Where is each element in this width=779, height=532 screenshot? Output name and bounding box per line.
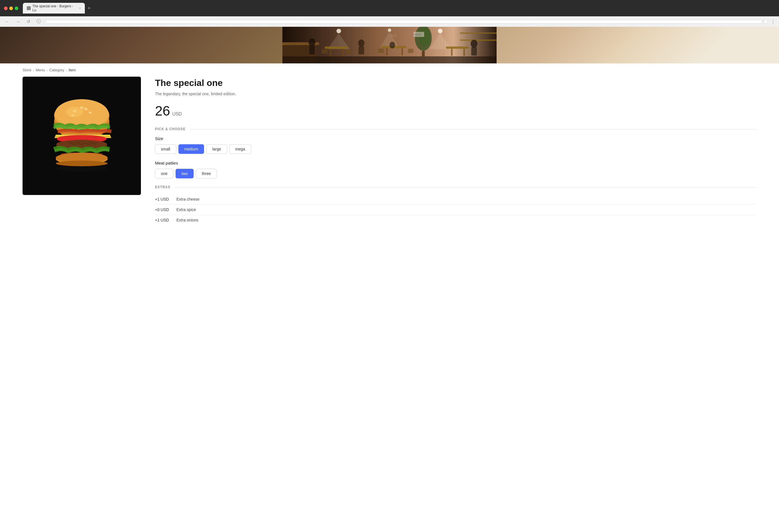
product-details: The special one The legandary, the speci… [155,77,757,225]
size-btn-medium[interactable]: medium [178,144,204,154]
nav-bar: ← → ↺ ⓘ ☆ ⋮ [0,16,779,27]
breadcrumb-sep-3: › [66,68,67,72]
breadcrumb-sep-1: › [33,68,34,72]
breadcrumb-sep-2: › [47,68,48,72]
burger-image [42,96,121,175]
extras-section: EXTRAS +1 USD Extra cheese +0 USD Extra … [155,185,757,225]
breadcrumb: Store › Menu › Category › Item [0,63,779,77]
price-amount: 26 [155,103,170,119]
breadcrumb-menu[interactable]: Menu [36,68,45,72]
extra-onions-price: +1 USD [155,218,172,222]
meat-patties-label: Meat patties [155,161,757,165]
new-tab-button[interactable]: + [86,5,93,11]
info-button[interactable]: ⓘ [35,18,43,25]
pick-choose-title: PICK & CHOOSE [155,127,186,131]
meat-patties-buttons: one two three [155,169,757,178]
close-button[interactable] [4,6,8,10]
page-content: love TOILET Store › Menu › Category › It… [0,27,779,236]
hero-banner: love TOILET [0,27,779,63]
extra-spice-price: +0 USD [155,208,172,212]
price-currency: USD [172,112,182,117]
tab-close-button[interactable]: × [79,6,81,10]
size-label: Size [155,136,757,141]
breadcrumb-category[interactable]: Category [49,68,64,72]
size-btn-large[interactable]: large [206,144,227,154]
extra-cheese-name: Extra cheese [176,197,199,201]
svg-point-64 [56,161,108,166]
breadcrumb-store[interactable]: Store [22,68,31,72]
browser-chrome: The special one - Burgers - Lu × + ← → ↺… [0,0,779,27]
extra-item-onions: +1 USD Extra onions [155,215,757,225]
product-section: The special one The legandary, the speci… [0,77,779,236]
product-description: The legandary, the special one, limited … [155,91,757,97]
address-bar[interactable]: ☆ [45,20,768,23]
fullscreen-button[interactable] [15,6,18,10]
browser-menu-icon[interactable]: ⋮ [771,18,776,25]
reload-button[interactable]: ↺ [25,18,32,25]
extras-title: EXTRAS [155,185,170,189]
extras-list: +1 USD Extra cheese +0 USD Extra spice +… [155,194,757,225]
size-btn-small[interactable]: small [155,144,176,154]
patties-btn-three[interactable]: three [196,169,217,178]
back-button[interactable]: ← [3,18,11,25]
extra-item-cheese: +1 USD Extra cheese [155,194,757,204]
tab-title: The special one - Burgers - Lu [33,4,76,12]
title-bar: The special one - Burgers - Lu × + [0,0,779,16]
extra-spice-name: Extra spice [176,208,196,212]
hero-image: love TOILET [282,27,497,63]
tab-favicon [27,6,31,10]
active-tab[interactable]: The special one - Burgers - Lu × [23,3,85,13]
patties-btn-one[interactable]: one [155,169,173,178]
product-image-container [22,77,141,195]
extras-header: EXTRAS [155,185,757,189]
size-btn-mega[interactable]: mega [229,144,251,154]
forward-button[interactable]: → [14,18,22,25]
meat-patties-option-group: Meat patties one two three [155,161,757,178]
patties-btn-two[interactable]: two [176,169,194,178]
pick-choose-header: PICK & CHOOSE [155,127,757,131]
minimize-button[interactable] [9,6,13,10]
extra-cheese-price: +1 USD [155,197,172,201]
tab-bar: The special one - Burgers - Lu × + [23,3,775,13]
pick-choose-line [190,129,757,129]
bookmark-icon: ☆ [762,19,765,24]
traffic-lights [4,6,18,10]
size-option-group: Size small medium large mega [155,136,757,154]
svg-point-48 [66,107,83,117]
extras-line [175,187,757,187]
extra-onions-name: Extra onions [176,218,198,222]
size-buttons: small medium large mega [155,144,757,154]
extra-item-spice: +0 USD Extra spice [155,204,757,215]
breadcrumb-current: Item [68,68,75,72]
product-title: The special one [155,78,757,88]
product-price: 26 USD [155,103,757,119]
